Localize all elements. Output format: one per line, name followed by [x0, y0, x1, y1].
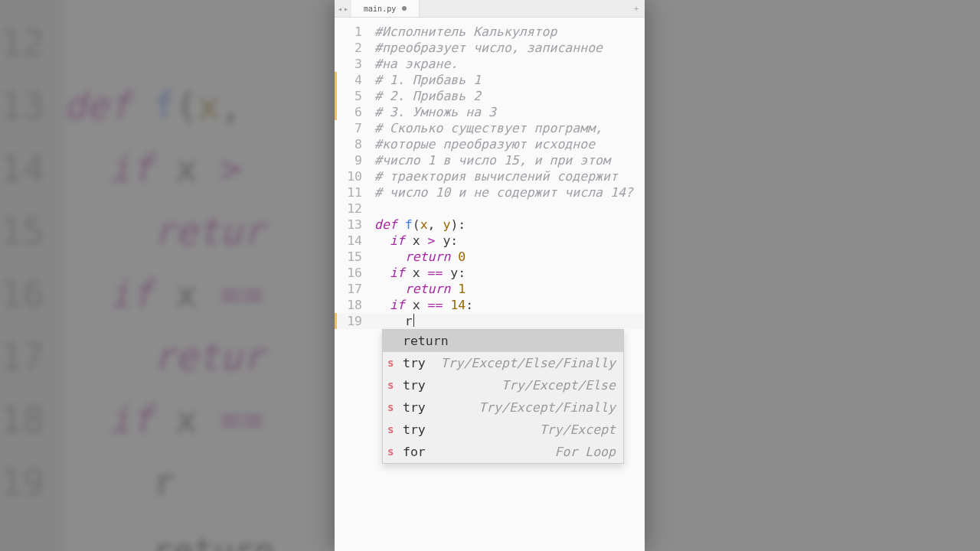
line-number: 17	[335, 281, 368, 297]
chevron-right-icon[interactable]: ▸	[344, 5, 348, 13]
code-line[interactable]: #число 1 в число 15, и при этом	[374, 152, 645, 168]
completion-hint: Try/Except/Else/Finally	[441, 355, 616, 371]
line-number: 13	[335, 217, 368, 233]
completion-hint: Try/Except/Finally	[479, 399, 616, 416]
code-line[interactable]	[374, 201, 645, 217]
code-line[interactable]: #которые преобразуют исходное	[374, 136, 645, 152]
diff-marker	[335, 104, 337, 120]
completion-word: try	[403, 355, 426, 371]
snippet-icon: s	[387, 377, 395, 393]
line-number: 5	[335, 88, 368, 104]
line-number: 16	[335, 265, 368, 281]
code-line[interactable]: # Сколько существует программ,	[374, 120, 645, 136]
tab-nav-arrows[interactable]: ◂ ▸	[335, 0, 351, 17]
line-number-gutter: 12345678910111213141516171819	[335, 18, 368, 329]
autocomplete-item[interactable]: return	[383, 330, 623, 352]
chevron-left-icon[interactable]: ◂	[338, 5, 342, 13]
diff-marker	[335, 88, 337, 104]
diff-marker	[335, 72, 337, 88]
completion-word: try	[403, 377, 426, 393]
line-number: 1	[335, 24, 368, 40]
code-line[interactable]: #преобразует число, записанное	[374, 40, 645, 56]
line-number: 7	[335, 120, 368, 136]
autocomplete-item[interactable]: stryTry/Except	[383, 419, 623, 441]
code-line[interactable]: # траектория вычислений содержит	[374, 168, 645, 184]
line-number: 9	[335, 152, 368, 168]
code-line[interactable]: if x > y:	[374, 233, 645, 249]
tab-bar: ◂ ▸ main.py +	[335, 0, 645, 18]
unsaved-indicator-icon	[402, 6, 407, 11]
code-line[interactable]: # 1. Прибавь 1	[374, 72, 645, 88]
completion-hint: For Loop	[555, 444, 616, 460]
line-number: 18	[335, 297, 368, 313]
completion-hint: Try/Except/Else	[501, 377, 616, 393]
line-number: 12	[335, 201, 368, 217]
line-number: 14	[335, 233, 368, 249]
snippet-icon: s	[387, 399, 395, 416]
code-editor[interactable]: 12345678910111213141516171819 #Исполните…	[335, 18, 645, 329]
autocomplete-item[interactable]: stryTry/Except/Finally	[383, 396, 623, 419]
code-line[interactable]: if x == y:	[374, 265, 645, 281]
code-line[interactable]: # 3. Умножь на 3	[374, 104, 645, 120]
code-line[interactable]: return 0	[374, 249, 645, 265]
completion-word: try	[403, 422, 426, 438]
code-line[interactable]: if x == 14:	[374, 297, 645, 313]
snippet-icon: s	[387, 355, 395, 371]
autocomplete-item[interactable]: stryTry/Except/Else	[383, 374, 623, 396]
line-number: 19	[335, 313, 368, 329]
line-number: 4	[335, 72, 368, 88]
line-number: 11	[335, 184, 368, 201]
new-tab-button[interactable]: +	[628, 0, 645, 17]
completion-word: for	[403, 444, 426, 460]
code-line[interactable]: def f(x, y):	[374, 217, 645, 233]
code-line[interactable]: return 1	[374, 281, 645, 297]
code-line[interactable]: # 2. Прибавь 2	[374, 88, 645, 104]
autocomplete-item[interactable]: sforFor Loop	[383, 441, 623, 463]
snippet-icon: s	[387, 444, 395, 460]
code-line[interactable]: #на экране.	[374, 56, 645, 72]
completion-word: return	[403, 333, 449, 349]
line-number: 6	[335, 104, 368, 120]
editor-panel: ◂ ▸ main.py + 12345678910111213141516171…	[335, 0, 645, 551]
line-number: 10	[335, 168, 368, 184]
file-tab-main-py[interactable]: main.py	[351, 0, 420, 17]
line-number: 15	[335, 249, 368, 265]
line-number: 2	[335, 40, 368, 56]
completion-hint: Try/Except	[540, 422, 616, 438]
line-number: 3	[335, 56, 368, 72]
snippet-icon: s	[387, 422, 395, 438]
line-number: 8	[335, 136, 368, 152]
code-line[interactable]: # число 10 и не содержит числа 14?	[374, 184, 645, 201]
autocomplete-item[interactable]: stryTry/Except/Else/Finally	[383, 352, 623, 374]
completion-word: try	[403, 399, 426, 416]
active-line-highlight	[335, 313, 645, 329]
tab-label: main.py	[364, 5, 396, 13]
code-line[interactable]: #Исполнитель Калькулятор	[374, 24, 645, 40]
autocomplete-popup[interactable]: returnstryTry/Except/Else/FinallystryTry…	[382, 329, 624, 464]
diff-marker	[335, 313, 337, 329]
